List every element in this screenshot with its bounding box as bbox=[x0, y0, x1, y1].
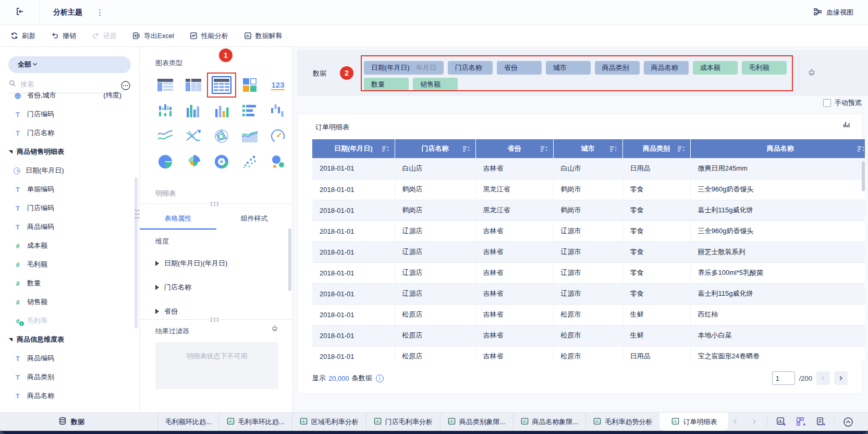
field-pill[interactable]: 商品类别 bbox=[595, 61, 640, 75]
sheet-tab[interactable]: 毛利率环比趋... bbox=[219, 413, 292, 431]
table-row[interactable]: 2018-01-01白山店吉林省白山市日用品微爽日用245mm bbox=[312, 158, 865, 179]
chart-type-bubble-icon[interactable] bbox=[268, 153, 288, 171]
sort-icon[interactable] bbox=[462, 145, 470, 153]
table-row[interactable]: 2018-01-01松原店吉林省松原市生鲜西红柿 bbox=[312, 304, 865, 325]
table-row[interactable]: 2018-01-01辽源店吉林省辽源市零食嘉士利115g威化饼 bbox=[312, 283, 865, 304]
sort-icon[interactable] bbox=[540, 145, 548, 153]
chart-type-radar-icon[interactable] bbox=[212, 127, 231, 145]
field-list-item[interactable]: 单据编码 bbox=[0, 180, 139, 199]
field-pill[interactable]: 商品名称 bbox=[644, 61, 689, 75]
sort-icon[interactable] bbox=[857, 145, 865, 153]
sheet-tab[interactable]: 门店毛利率分析 bbox=[366, 413, 440, 431]
sidebar-drag-handle[interactable] bbox=[135, 210, 137, 211]
chart-type-color-block-icon[interactable] bbox=[240, 76, 260, 94]
chart-type-pie-icon[interactable] bbox=[155, 153, 175, 171]
export-excel-button[interactable]: 导出Excel bbox=[132, 31, 174, 41]
add-chart-component-icon[interactable] bbox=[775, 416, 787, 428]
field-list-item[interactable]: 成本额 bbox=[0, 236, 139, 255]
chart-type-waterfall-icon[interactable] bbox=[268, 102, 288, 119]
sheet-tab[interactable]: 毛利率趋势分析 bbox=[585, 413, 659, 431]
search-input[interactable] bbox=[20, 80, 88, 88]
field-list-item[interactable]: 门店名称 bbox=[0, 124, 139, 142]
table-row[interactable]: 2018-01-01鹤岗店黑龙江省鹤岗市零食三全960g奶香馒头 bbox=[312, 179, 865, 200]
table-row[interactable]: 2018-01-01松原店吉林省松原市生鲜本地小白菜 bbox=[312, 325, 865, 346]
field-list-item[interactable]: 日期(年月日) bbox=[0, 161, 139, 180]
field-list-item[interactable]: 商品类别 bbox=[0, 368, 139, 387]
more-circle-icon[interactable] bbox=[120, 80, 131, 93]
lineage-view-button[interactable]: 血缘视图 bbox=[813, 7, 853, 18]
add-dashboard-icon[interactable] bbox=[794, 416, 807, 428]
row-count-value[interactable]: 20,000 bbox=[328, 375, 349, 382]
prev-page-button[interactable] bbox=[816, 371, 830, 385]
sort-icon[interactable] bbox=[609, 145, 617, 153]
chart-type-grouped-table-icon[interactable] bbox=[155, 76, 175, 94]
sheet-tab[interactable]: 区域毛利率分析 bbox=[292, 413, 366, 431]
table-row[interactable]: 2018-01-01辽源店吉林省辽源市零食养乐多100ml*5乳酸菌 bbox=[312, 262, 865, 283]
sheet-tab[interactable]: 订单明细表 bbox=[659, 413, 728, 431]
sort-icon[interactable] bbox=[677, 145, 685, 153]
chart-type-column-mixed-icon[interactable] bbox=[212, 102, 231, 119]
chart-type-rose-icon[interactable] bbox=[184, 153, 203, 171]
chart-type-scatter-icon[interactable] bbox=[240, 153, 260, 171]
sort-icon[interactable] bbox=[382, 145, 389, 153]
sheet-tab[interactable]: 商品类别象限... bbox=[440, 413, 513, 431]
field-list-item[interactable]: 毛利额 bbox=[0, 255, 139, 274]
filter-resize-handle[interactable] bbox=[211, 318, 212, 319]
chart-type-combo-line-icon[interactable] bbox=[184, 127, 203, 145]
field-pill[interactable]: 成本额 bbox=[693, 61, 738, 75]
data-explain-button[interactable]: 数据解释 bbox=[244, 31, 283, 41]
column-header[interactable]: 日期(年月日) bbox=[312, 139, 395, 158]
config-panel-scrollbar[interactable] bbox=[288, 228, 291, 291]
table-row[interactable]: 2018-01-01辽源店吉林省辽源市零食三全960g奶香馒头 bbox=[312, 221, 865, 242]
next-page-button[interactable] bbox=[834, 371, 848, 385]
field-list-item[interactable]: 商品销售明细表 bbox=[0, 142, 139, 161]
refresh-button[interactable]: 刷新 bbox=[10, 31, 35, 41]
info-icon[interactable]: i bbox=[376, 375, 384, 382]
column-header[interactable]: 商品名称 bbox=[690, 139, 865, 158]
tabs-scroll-right-icon[interactable] bbox=[748, 416, 760, 428]
chart-type-donut-icon[interactable] bbox=[212, 153, 231, 171]
scope-selector[interactable]: 全部 bbox=[8, 56, 131, 73]
field-pill[interactable]: 销售额 bbox=[413, 78, 458, 91]
dimension-item[interactable]: 日期(年月日)(年月日) bbox=[155, 251, 275, 275]
field-pill[interactable]: 城市 bbox=[546, 61, 591, 75]
collapse-panel-icon[interactable] bbox=[842, 416, 854, 428]
field-list-item[interactable]: 商品名称 bbox=[0, 387, 139, 405]
dimension-item[interactable]: 省份 bbox=[155, 299, 275, 323]
field-pill[interactable]: 门店名称 bbox=[448, 61, 493, 75]
chart-preview-icon[interactable] bbox=[842, 120, 851, 131]
chart-type-detail-table-icon[interactable] bbox=[212, 76, 231, 94]
chart-type-multi-axis-bar-icon[interactable] bbox=[155, 102, 175, 119]
table-scrollbar[interactable] bbox=[862, 161, 865, 191]
panel-resize-handle[interactable] bbox=[211, 202, 212, 203]
field-list-item[interactable]: 商品编码 bbox=[0, 218, 139, 236]
sheet-tab[interactable]: 毛利额环比趋... bbox=[157, 413, 219, 431]
chart-type-line-icon[interactable] bbox=[155, 127, 175, 145]
chart-type-gauge-icon[interactable] bbox=[268, 127, 288, 145]
page-number-input[interactable] bbox=[772, 371, 795, 385]
property-tab[interactable]: 表格属性 bbox=[140, 208, 216, 230]
property-tab[interactable]: 组件样式 bbox=[216, 208, 293, 230]
data-tab-button[interactable]: 数据 bbox=[58, 413, 84, 431]
tabs-scroll-left-icon[interactable] bbox=[729, 416, 741, 428]
field-pill[interactable]: 省份 bbox=[497, 61, 542, 75]
field-list-item[interactable]: 门店编码 bbox=[0, 199, 139, 218]
more-options-icon[interactable]: ⋮ bbox=[96, 8, 104, 17]
chart-type-bar-icon[interactable] bbox=[240, 102, 260, 119]
add-report-icon[interactable] bbox=[814, 416, 827, 428]
column-header[interactable]: 省份 bbox=[475, 139, 553, 158]
performance-analysis-button[interactable]: 性能分析 bbox=[190, 31, 228, 41]
column-header[interactable]: 商品类别 bbox=[622, 139, 690, 158]
chart-type-kpi-icon[interactable]: 123 bbox=[268, 76, 288, 94]
table-row[interactable]: 2018-01-01松原店吉林省松原市日用品宝之宸圆形24卷晒卷 bbox=[312, 346, 865, 360]
undo-button[interactable]: 撤销 bbox=[51, 31, 76, 41]
field-pill[interactable]: 毛利额 bbox=[742, 61, 787, 75]
field-pill[interactable]: 日期(年月日) 年月日 bbox=[364, 61, 444, 75]
redo-button[interactable]: 还原 bbox=[92, 31, 117, 41]
manual-preview-toggle[interactable]: 手动预览 bbox=[823, 98, 862, 107]
column-header[interactable]: 门店名称 bbox=[395, 139, 475, 158]
expand-caret-icon[interactable] bbox=[155, 261, 159, 266]
sheet-tab[interactable]: 商品名称象限... bbox=[513, 413, 586, 431]
field-list-item[interactable]: 毛利率 bbox=[0, 311, 139, 330]
clear-fields-icon[interactable] bbox=[807, 68, 816, 79]
